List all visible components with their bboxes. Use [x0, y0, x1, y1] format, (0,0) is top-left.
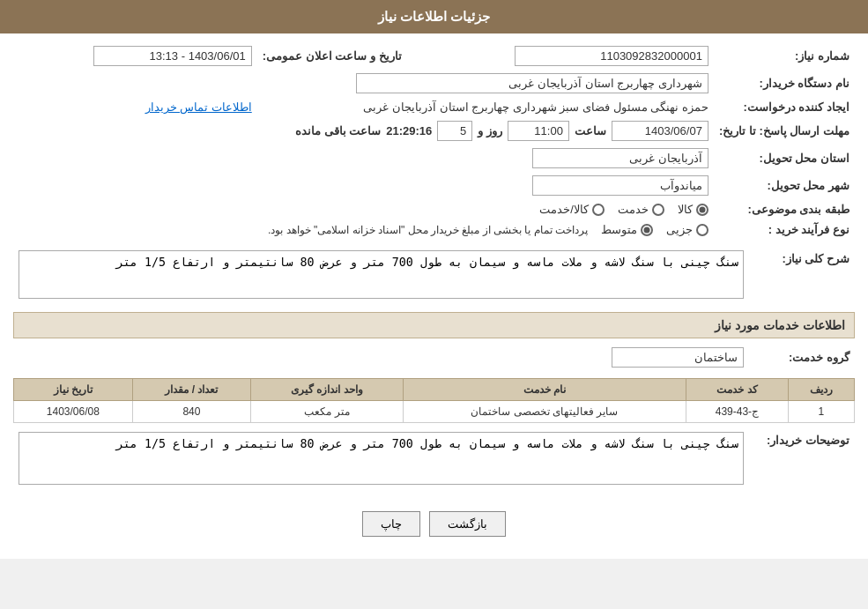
- city-box: میاندوآب: [532, 175, 708, 196]
- city-value: میاندوآب: [13, 172, 714, 199]
- cell-qty: 840: [132, 401, 251, 423]
- radio-goods-icon: [696, 204, 708, 216]
- date-box: 1403/06/07: [612, 121, 708, 141]
- row-purchase-type: نوع فرآیند خرید : جزیی متوسط پرداخت تمام…: [13, 219, 855, 240]
- time-label: ساعت: [575, 124, 606, 137]
- service-group-label: گروه خدمت:: [749, 344, 855, 371]
- contact-link[interactable]: اطلاعات تماس خریدار: [145, 100, 252, 114]
- announce-date-value: 1403/06/01 - 13:13: [13, 42, 257, 70]
- info-table-top: شماره نیاز: 1103092832000001 تاریخ و ساع…: [13, 42, 855, 240]
- row-need-number: شماره نیاز: 1103092832000001 تاریخ و ساع…: [13, 42, 855, 70]
- col-unit: واحد اندازه گیری: [251, 379, 403, 401]
- radio-both-label: کالا/خدمت: [539, 203, 589, 216]
- services-table-head: ردیف کد خدمت نام خدمت واحد اندازه گیری ت…: [14, 379, 855, 401]
- services-section-label: اطلاعات خدمات مورد نیاز: [715, 318, 845, 332]
- need-desc-textarea[interactable]: [19, 250, 744, 299]
- radio-medium-icon: [641, 224, 653, 236]
- row-send-date: مهلت ارسال پاسخ: تا تاریخ: 1403/06/07 سا…: [13, 117, 855, 145]
- buyer-desc-textarea[interactable]: [19, 432, 744, 485]
- category-radio-row: کالا خدمت کالا/خدمت: [19, 203, 708, 216]
- radio-item-medium: متوسط: [601, 223, 653, 236]
- row-city: شهر محل تحویل: میاندوآب: [13, 172, 855, 199]
- send-date-label: مهلت ارسال پاسخ: تا تاریخ:: [714, 117, 855, 145]
- need-number-label: شماره نیاز:: [714, 42, 855, 70]
- buyer-desc-label: توضیحات خریدار:: [749, 428, 855, 491]
- need-number-box: 1103092832000001: [515, 46, 708, 66]
- print-button[interactable]: چاپ: [362, 511, 420, 537]
- col-row: ردیف: [788, 379, 854, 401]
- services-table-header-row: ردیف کد خدمت نام خدمت واحد اندازه گیری ت…: [14, 379, 855, 401]
- service-group-value: ساختمان: [13, 344, 749, 371]
- time-box: 11:00: [508, 121, 569, 141]
- category-label: طبقه بندی موضوعی:: [714, 199, 855, 219]
- row-buyer-org: نام دستگاه خریدار: شهرداری چهاربرج استان…: [13, 70, 855, 97]
- page-wrapper: جزئیات اطلاعات نیاز شماره نیاز: 11030928…: [0, 0, 868, 559]
- row-category: طبقه بندی موضوعی: کالا خدمت: [13, 199, 855, 219]
- buyer-org-box: شهرداری چهاربرج استان آذربایجان غربی: [356, 73, 708, 93]
- announce-date-box: 1403/06/01 - 13:13: [93, 46, 252, 66]
- page-header: جزئیات اطلاعات نیاز: [0, 0, 868, 33]
- cell-code: ج-43-439: [686, 401, 788, 423]
- services-table: ردیف کد خدمت نام خدمت واحد اندازه گیری ت…: [13, 378, 855, 423]
- col-qty: تعداد / مقدار: [132, 379, 251, 401]
- creator-label: ایجاد کننده درخواست:: [714, 97, 855, 117]
- remaining-value: 21:29:16: [386, 124, 432, 137]
- province-value: آذربایجان غربی: [13, 145, 714, 172]
- creator-value: حمزه نهنگی مسئول فضای سبز شهرداری چهاربر…: [257, 97, 714, 117]
- send-date-row: 1403/06/07 ساعت 11:00 روز و 5 21:29:16 س…: [13, 117, 714, 145]
- cell-name: سایر فعالیتهای تخصصی ساختمان: [403, 401, 686, 423]
- table-row: 1 ج-43-439 سایر فعالیتهای تخصصی ساختمان …: [14, 401, 855, 423]
- row-service-group: گروه خدمت: ساختمان: [13, 344, 855, 371]
- buyer-org-label: نام دستگاه خریدار:: [714, 70, 855, 97]
- category-options: کالا خدمت کالا/خدمت: [13, 199, 714, 219]
- button-row: بازگشت چاپ: [13, 498, 855, 550]
- radio-both-icon: [592, 204, 605, 216]
- radio-service-label: خدمت: [618, 203, 649, 216]
- buyer-org-value: شهرداری چهاربرج استان آذربایجان غربی: [13, 70, 714, 97]
- need-number-value: 1103092832000001: [419, 42, 714, 70]
- radio-item-both: کالا/خدمت: [539, 203, 605, 216]
- col-date: تاریخ نیاز: [14, 379, 133, 401]
- radio-partial-icon: [696, 224, 708, 236]
- radio-medium-label: متوسط: [601, 223, 637, 236]
- radio-goods-label: کالا: [678, 203, 693, 216]
- back-button[interactable]: بازگشت: [429, 511, 506, 537]
- services-table-body: 1 ج-43-439 سایر فعالیتهای تخصصی ساختمان …: [14, 401, 855, 423]
- radio-service-icon: [652, 204, 664, 216]
- col-code: کد خدمت: [686, 379, 788, 401]
- province-label: استان محل تحویل:: [714, 145, 855, 172]
- purchase-type-options: جزیی متوسط پرداخت تمام یا بخشی از مبلغ خ…: [13, 219, 714, 240]
- buyer-desc-table: توضیحات خریدار: document.querySelector('…: [13, 428, 855, 491]
- province-box: آذربایجان غربی: [532, 148, 708, 168]
- need-desc-label: شرح کلی نیاز:: [749, 247, 855, 305]
- days-label: روز و: [478, 124, 502, 137]
- announce-date-label: تاریخ و ساعت اعلان عمومی:: [257, 42, 419, 70]
- service-group-table: گروه خدمت: ساختمان: [13, 344, 855, 371]
- purchase-type-label: نوع فرآیند خرید :: [714, 219, 855, 240]
- col-name: نام خدمت: [403, 379, 686, 401]
- row-buyer-desc: توضیحات خریدار: document.querySelector('…: [13, 428, 855, 491]
- cell-date: 1403/06/08: [14, 401, 133, 423]
- buyer-desc-value: document.querySelector('[data-name="buye…: [13, 428, 749, 491]
- contact-link-cell: اطلاعات تماس خریدار: [13, 97, 257, 117]
- days-box: 5: [437, 121, 472, 141]
- need-desc-table: شرح کلی نیاز: document.querySelector('[d…: [13, 247, 855, 305]
- radio-partial-label: جزیی: [666, 223, 693, 236]
- cell-unit: متر مکعب: [251, 401, 403, 423]
- radio-item-partial: جزیی: [666, 223, 708, 236]
- row-need-desc: شرح کلی نیاز: document.querySelector('[d…: [13, 247, 855, 305]
- purchase-note: پرداخت تمام یا بخشی از مبلغ خریدار محل "…: [268, 224, 588, 236]
- row-province: استان محل تحویل: آذربایجان غربی: [13, 145, 855, 172]
- creator-text: حمزه نهنگی مسئول فضای سبز شهرداری چهاربر…: [363, 100, 708, 114]
- radio-item-service: خدمت: [618, 203, 664, 216]
- remaining-label: ساعت باقی مانده: [295, 124, 381, 137]
- radio-item-goods: کالا: [678, 203, 708, 216]
- date-row: 1403/06/07 ساعت 11:00 روز و 5 21:29:16 س…: [19, 121, 708, 141]
- row-creator: ایجاد کننده درخواست: حمزه نهنگی مسئول فض…: [13, 97, 855, 117]
- content-area: شماره نیاز: 1103092832000001 تاریخ و ساع…: [0, 33, 868, 559]
- page-title: جزئیات اطلاعات نیاز: [378, 9, 490, 24]
- service-group-box: ساختمان: [612, 347, 744, 368]
- city-label: شهر محل تحویل:: [714, 172, 855, 199]
- need-desc-value: document.querySelector('[data-name="need…: [13, 247, 749, 305]
- purchase-row: جزیی متوسط پرداخت تمام یا بخشی از مبلغ خ…: [19, 223, 708, 236]
